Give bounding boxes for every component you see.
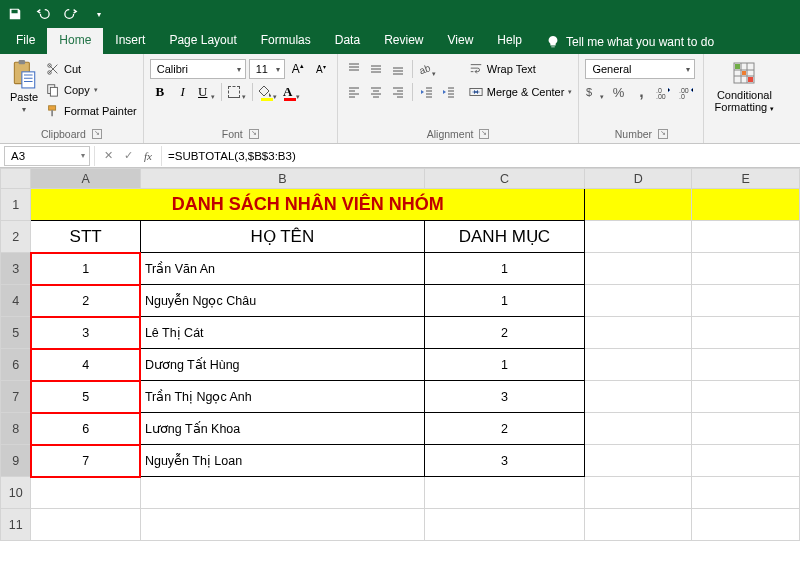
tab-insert[interactable]: Insert [103, 28, 157, 54]
tab-review[interactable]: Review [372, 28, 435, 54]
format-painter-button[interactable]: Format Painter [46, 101, 137, 120]
cell-B3[interactable]: Trần Văn An [140, 253, 424, 285]
percent-button[interactable]: % [608, 82, 628, 102]
cell[interactable] [424, 509, 584, 541]
cell[interactable] [692, 189, 800, 221]
cell-C5[interactable]: 2 [424, 317, 584, 349]
cell[interactable] [31, 477, 141, 509]
column-header-C[interactable]: C [424, 169, 584, 189]
cell[interactable] [140, 477, 424, 509]
cell-A6[interactable]: 4 [31, 349, 141, 381]
cell-C3[interactable]: 1 [424, 253, 584, 285]
cell-A9[interactable]: 7 [31, 445, 141, 477]
cell-B6[interactable]: Dương Tất Hùng [140, 349, 424, 381]
cell[interactable] [140, 509, 424, 541]
italic-button[interactable]: I [173, 82, 193, 102]
cell[interactable] [585, 509, 692, 541]
cell-A7[interactable]: 5 [31, 381, 141, 413]
cancel-formula-button[interactable]: ✕ [101, 149, 115, 162]
font-color-button[interactable]: A [281, 82, 301, 102]
cell-B8[interactable]: Lương Tấn Khoa [140, 413, 424, 445]
number-format-combo[interactable]: General▾ [585, 59, 695, 79]
cell[interactable] [585, 349, 692, 381]
align-right-button[interactable] [388, 82, 408, 102]
cell[interactable] [585, 317, 692, 349]
cell[interactable] [692, 221, 800, 253]
conditional-formatting-button[interactable]: ConditionalFormatting ▾ [710, 57, 778, 113]
cell-B7[interactable]: Trần Thị Ngọc Anh [140, 381, 424, 413]
accounting-format-button[interactable]: $ [585, 82, 605, 102]
cell-C7[interactable]: 3 [424, 381, 584, 413]
cell[interactable] [692, 349, 800, 381]
align-middle-button[interactable] [366, 59, 386, 79]
cell-C4[interactable]: 1 [424, 285, 584, 317]
cell[interactable] [585, 285, 692, 317]
dialog-launcher-icon[interactable] [479, 129, 489, 139]
cell-A4[interactable]: 2 [31, 285, 141, 317]
cell[interactable] [692, 477, 800, 509]
column-header-A[interactable]: A [31, 169, 141, 189]
cell[interactable] [585, 381, 692, 413]
tab-file[interactable]: File [4, 28, 47, 54]
tab-home[interactable]: Home [47, 28, 103, 54]
cell[interactable] [692, 413, 800, 445]
row-header-10[interactable]: 10 [1, 477, 31, 509]
wrap-text-button[interactable]: Wrap Text [469, 59, 573, 79]
cell-B4[interactable]: Nguyễn Ngọc Châu [140, 285, 424, 317]
tell-me-search[interactable]: Tell me what you want to do [534, 30, 726, 54]
cell[interactable] [692, 381, 800, 413]
paste-button[interactable]: Paste ▾ [6, 57, 42, 114]
increase-font-size-button[interactable]: A▴ [288, 59, 308, 79]
decrease-decimal-button[interactable]: .00.0 [677, 82, 697, 102]
cell[interactable] [692, 253, 800, 285]
row-header-1[interactable]: 1 [1, 189, 31, 221]
insert-function-button[interactable]: fx [141, 150, 155, 162]
dialog-launcher-icon[interactable] [249, 129, 259, 139]
enter-formula-button[interactable]: ✓ [121, 149, 135, 162]
cell[interactable] [585, 477, 692, 509]
row-header-11[interactable]: 11 [1, 509, 31, 541]
cell[interactable] [424, 477, 584, 509]
cell-A8[interactable]: 6 [31, 413, 141, 445]
cell-header-stt[interactable]: STT [31, 221, 141, 253]
orientation-button[interactable]: ab [417, 59, 437, 79]
align-left-button[interactable] [344, 82, 364, 102]
row-header-5[interactable]: 5 [1, 317, 31, 349]
align-center-button[interactable] [366, 82, 386, 102]
cell[interactable] [692, 509, 800, 541]
fill-color-button[interactable] [258, 82, 278, 102]
bold-button[interactable]: B [150, 82, 170, 102]
decrease-font-size-button[interactable]: A▾ [311, 59, 331, 79]
increase-decimal-button[interactable]: .0.00 [654, 82, 674, 102]
cut-button[interactable]: Cut [46, 59, 137, 78]
cell-C8[interactable]: 2 [424, 413, 584, 445]
dialog-launcher-icon[interactable] [658, 129, 668, 139]
qat-customize-icon[interactable]: ▾ [90, 5, 108, 23]
cell-A5[interactable]: 3 [31, 317, 141, 349]
select-all-corner[interactable] [1, 169, 31, 189]
column-header-E[interactable]: E [692, 169, 800, 189]
decrease-indent-button[interactable] [417, 82, 437, 102]
row-header-8[interactable]: 8 [1, 413, 31, 445]
tab-view[interactable]: View [436, 28, 486, 54]
cell[interactable] [585, 189, 692, 221]
formula-input[interactable]: =SUBTOTAL(3,$B$3:B3) [161, 146, 800, 166]
align-top-button[interactable] [344, 59, 364, 79]
increase-indent-button[interactable] [439, 82, 459, 102]
tab-help[interactable]: Help [485, 28, 534, 54]
border-button[interactable] [227, 82, 247, 102]
cell[interactable] [31, 509, 141, 541]
column-header-B[interactable]: B [140, 169, 424, 189]
font-name-combo[interactable]: Calibri▾ [150, 59, 246, 79]
cell-A3[interactable]: 1 [31, 253, 141, 285]
underline-button[interactable]: U [196, 82, 216, 102]
cell-B5[interactable]: Lê Thị Cát [140, 317, 424, 349]
undo-icon[interactable] [34, 5, 52, 23]
cell[interactable] [585, 221, 692, 253]
name-box[interactable]: A3 ▾ [4, 146, 90, 166]
tab-pagelayout[interactable]: Page Layout [157, 28, 248, 54]
comma-button[interactable]: , [631, 82, 651, 102]
cell[interactable] [585, 413, 692, 445]
row-header-2[interactable]: 2 [1, 221, 31, 253]
cell-C6[interactable]: 1 [424, 349, 584, 381]
